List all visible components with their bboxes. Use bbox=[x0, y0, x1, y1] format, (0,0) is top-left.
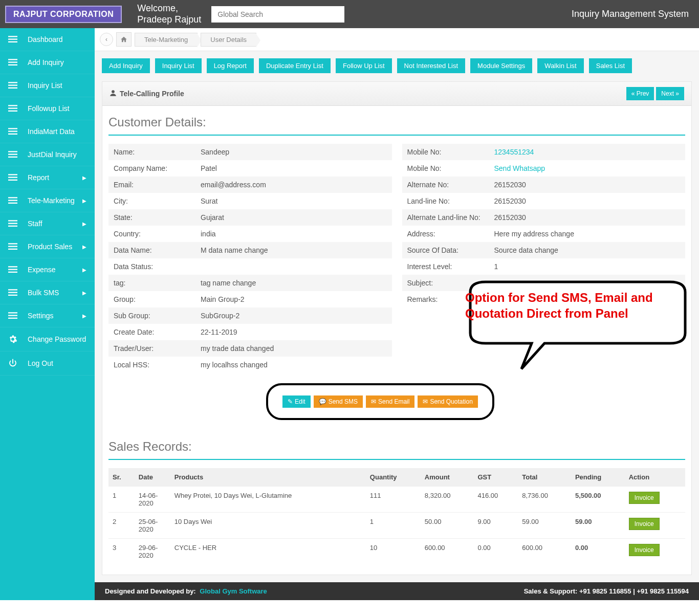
sidebar-item-product-sales[interactable]: Product Sales▶ bbox=[0, 235, 95, 258]
edit-button[interactable]: ✎Edit bbox=[282, 395, 311, 408]
action-button-log-report[interactable]: Log Report bbox=[207, 58, 254, 73]
detail-value: 26152030 bbox=[494, 197, 681, 205]
cell-sr: 3 bbox=[108, 539, 135, 565]
table-header: Pending bbox=[571, 468, 625, 487]
detail-row: Source Of Data:Source data change bbox=[402, 242, 686, 258]
detail-label: Interest Level: bbox=[407, 262, 494, 271]
list-icon bbox=[8, 335, 18, 344]
sidebar-item-label: Dashboard bbox=[28, 35, 63, 43]
cell-sr: 2 bbox=[108, 513, 135, 539]
breadcrumb-home-icon[interactable] bbox=[116, 32, 132, 47]
detail-row: State:Gujarat bbox=[108, 209, 392, 226]
action-button-sales-list[interactable]: Sales List bbox=[589, 58, 632, 73]
sidebar-toggle-button[interactable]: ‹ bbox=[100, 33, 113, 46]
sidebar-item-report[interactable]: Report▶ bbox=[0, 166, 95, 189]
sidebar-item-log-out[interactable]: Log Out bbox=[0, 351, 95, 376]
detail-row: Name:Sandeep bbox=[108, 144, 392, 160]
sidebar-item-label: Inquiry List bbox=[28, 81, 62, 90]
svg-rect-3 bbox=[8, 59, 17, 60]
sidebar-item-label: Settings bbox=[28, 312, 54, 320]
welcome-line1: Welcome, bbox=[137, 3, 201, 14]
detail-value: Gujarat bbox=[201, 213, 387, 222]
sidebar-item-label: Staff bbox=[28, 219, 42, 228]
svg-rect-16 bbox=[8, 154, 17, 155]
sidebar-item-expense[interactable]: Expense▶ bbox=[0, 258, 95, 281]
detail-link[interactable]: 1234551234 bbox=[494, 148, 534, 156]
svg-rect-8 bbox=[8, 87, 17, 89]
svg-rect-5 bbox=[8, 64, 17, 65]
prev-button[interactable]: « Prev bbox=[626, 87, 654, 100]
detail-value: email@address.com bbox=[201, 181, 387, 189]
breadcrumb-item-1[interactable]: Tele-Marketing bbox=[135, 33, 198, 47]
svg-point-39 bbox=[112, 90, 115, 93]
action-button-duplicate-entry-list[interactable]: Duplicate Entry List bbox=[259, 58, 331, 73]
detail-row: Data Name:M data name change bbox=[108, 242, 392, 258]
footer: Designed and Developed by: Global Gym So… bbox=[95, 582, 699, 600]
comment-icon: 💬 bbox=[319, 398, 326, 405]
cell-pending: 59.00 bbox=[571, 513, 625, 539]
sidebar-item-tele-marketing[interactable]: Tele-Marketing▶ bbox=[0, 189, 95, 212]
svg-rect-28 bbox=[8, 246, 17, 247]
sidebar-item-indiamart-data[interactable]: IndiaMart Data bbox=[0, 120, 95, 143]
sidebar-item-label: Product Sales bbox=[28, 243, 72, 251]
detail-label: Email: bbox=[114, 181, 201, 189]
list-icon bbox=[8, 174, 18, 181]
cell-amount: 50.00 bbox=[421, 513, 474, 539]
sidebar-item-justdial-inquiry[interactable]: JustDial Inquiry bbox=[0, 143, 95, 166]
send-sms-button[interactable]: 💬Send SMS bbox=[314, 395, 363, 408]
svg-rect-2 bbox=[8, 41, 17, 42]
sidebar-item-followup-list[interactable]: Followup List bbox=[0, 97, 95, 120]
action-button-walkin-list[interactable]: Walkin List bbox=[537, 58, 583, 73]
sidebar-item-inquiry-list[interactable]: Inquiry List bbox=[0, 74, 95, 97]
detail-label: Mobile No: bbox=[407, 148, 494, 156]
svg-rect-30 bbox=[8, 266, 17, 267]
envelope-icon: ✉ bbox=[423, 398, 428, 405]
svg-rect-37 bbox=[8, 315, 17, 316]
action-button-add-inquiry[interactable]: Add Inquiry bbox=[102, 58, 150, 73]
divider bbox=[108, 135, 685, 136]
cell-products: Whey Protei, 10 Days Wei, L-Glutamine bbox=[170, 487, 366, 513]
list-icon bbox=[8, 359, 18, 368]
invoice-button[interactable]: Invoice bbox=[629, 492, 660, 504]
breadcrumb-item-2[interactable]: User Details bbox=[201, 33, 256, 47]
developed-by-link[interactable]: Global Gym Software bbox=[200, 587, 267, 595]
detail-label: Group: bbox=[114, 295, 201, 303]
sidebar-item-label: Change Password bbox=[28, 335, 86, 343]
svg-rect-24 bbox=[8, 220, 17, 221]
detail-value: tag name change bbox=[201, 279, 387, 287]
list-icon bbox=[8, 243, 18, 250]
action-button-follow-up-list[interactable]: Follow Up List bbox=[336, 58, 392, 73]
detail-label: Source Of Data: bbox=[407, 246, 494, 254]
cell-qty: 1 bbox=[366, 513, 421, 539]
detail-label: Create Date: bbox=[114, 328, 201, 336]
detail-row: Create Date:22-11-2019 bbox=[108, 324, 392, 340]
action-button-inquiry-list[interactable]: Inquiry List bbox=[155, 58, 202, 73]
detail-link[interactable]: Send Whatsapp bbox=[494, 164, 545, 172]
next-button[interactable]: Next » bbox=[656, 87, 684, 100]
detail-label: City: bbox=[114, 197, 201, 205]
developed-by-label: Designed and Developed by: bbox=[105, 587, 196, 595]
sidebar-item-label: Add Inquiry bbox=[28, 58, 64, 67]
detail-label: tag: bbox=[114, 279, 201, 287]
sidebar-item-bulk-sms[interactable]: Bulk SMS▶ bbox=[0, 281, 95, 304]
invoice-button[interactable]: Invoice bbox=[629, 544, 660, 556]
cell-gst: 416.00 bbox=[473, 487, 518, 513]
list-icon bbox=[8, 220, 18, 227]
action-button-module-settings[interactable]: Module Settings bbox=[470, 58, 532, 73]
sidebar-item-settings[interactable]: Settings▶ bbox=[0, 304, 95, 327]
global-search-input[interactable] bbox=[211, 6, 344, 23]
send-email-button[interactable]: ✉Send Email bbox=[366, 395, 414, 408]
invoice-button[interactable]: Invoice bbox=[629, 518, 660, 530]
action-button-not-interested-list[interactable]: Not Interested List bbox=[397, 58, 466, 73]
table-header: GST bbox=[473, 468, 518, 487]
sidebar-item-dashboard[interactable]: Dashboard bbox=[0, 28, 95, 51]
svg-rect-15 bbox=[8, 151, 17, 152]
sidebar-item-staff[interactable]: Staff▶ bbox=[0, 212, 95, 235]
sidebar-item-change-password[interactable]: Change Password bbox=[0, 327, 95, 351]
sidebar-item-add-inquiry[interactable]: Add Inquiry bbox=[0, 51, 95, 74]
list-icon bbox=[8, 59, 18, 66]
welcome-text: Welcome, Pradeep Rajput bbox=[137, 3, 201, 25]
send-quotation-button[interactable]: ✉Send Quotation bbox=[418, 395, 477, 408]
quotation-label: Send Quotation bbox=[430, 398, 472, 405]
detail-row: Address:Here my address change bbox=[402, 226, 686, 242]
